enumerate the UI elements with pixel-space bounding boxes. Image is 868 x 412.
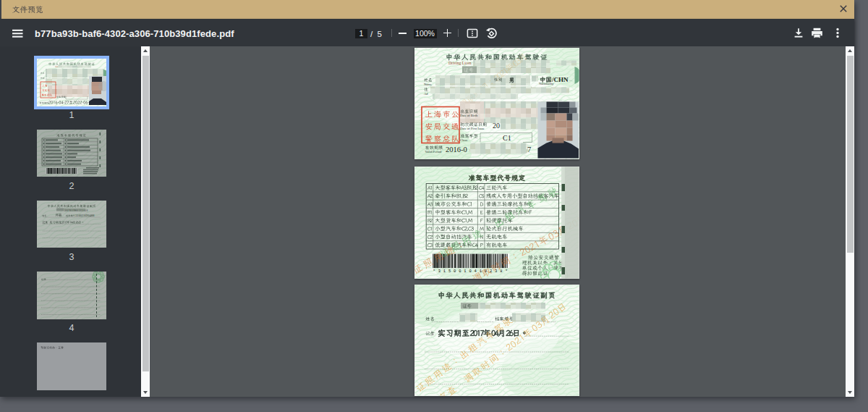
- svg-text:Date of Birth: Date of Birth: [460, 114, 478, 117]
- svg-text:---: ---: [559, 98, 563, 101]
- svg-text:C1: C1: [503, 134, 511, 142]
- svg-text:Name: Name: [424, 83, 432, 86]
- svg-text:/CHN: /CHN: [551, 76, 569, 83]
- svg-text:Class: Class: [460, 138, 467, 142]
- svg-text:Date of First Issue: Date of First Issue: [460, 127, 485, 130]
- svg-text:Ad: Ad: [424, 92, 428, 96]
- svg-text:7: 7: [527, 146, 531, 154]
- svg-text:Driving Licen: Driving Licen: [448, 61, 472, 65]
- svg-text:2016-0: 2016-0: [446, 146, 467, 154]
- svg-text:Valid Period: Valid Period: [425, 150, 443, 154]
- svg-text:20: 20: [493, 122, 500, 130]
- svg-text:*3150010418238*: *3150010418238*: [433, 269, 511, 274]
- svg-text:---: ---: [569, 78, 573, 82]
